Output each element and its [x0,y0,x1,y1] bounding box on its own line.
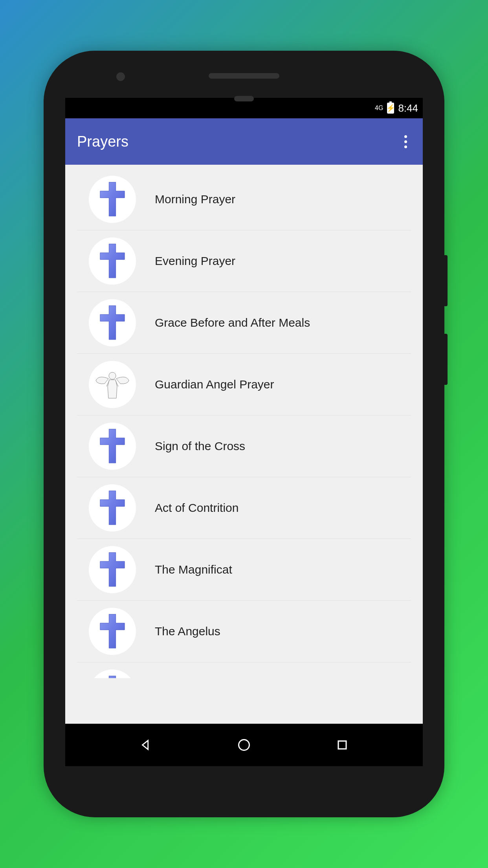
battery-icon: ⚡ [387,103,394,114]
list-item[interactable]: Evening Prayer [77,230,411,292]
home-button[interactable] [236,737,252,753]
list-item-label: Sign of the Cross [155,440,245,453]
list-item-label: Guardian Angel Prayer [155,378,274,391]
cross-icon [89,423,136,470]
list-item[interactable]: Sign of the Cross [77,416,411,477]
list-item-label: Act of Contrition [155,501,238,515]
list-item[interactable]: Act of Contrition [77,477,411,539]
navigation-bar [65,724,423,766]
phone-speaker [209,73,279,79]
angel-icon [89,361,136,408]
phone-volume-down [444,334,448,385]
list-item-label: Grace Before and After Meals [155,316,310,329]
cross-icon [89,546,136,593]
list-item[interactable]: Guardian Angel Prayer [77,354,411,416]
clock: 8:44 [398,102,418,114]
screen: 4G ⚡ 8:44 Prayers Morning Prayer [65,98,423,766]
overflow-menu-button[interactable] [400,131,411,152]
list-item-label: Morning Prayer [155,193,235,206]
list-item[interactable]: Morning Prayer [77,166,411,230]
phone-frame: 4G ⚡ 8:44 Prayers Morning Prayer [44,51,444,817]
prayer-list[interactable]: Morning Prayer Evening Prayer Grace Befo… [65,165,423,724]
recent-apps-button[interactable] [334,737,350,753]
cross-icon [89,176,136,223]
app-bar: Prayers [65,118,423,165]
svg-rect-2 [338,741,346,749]
list-item[interactable] [77,662,411,678]
svg-point-1 [239,740,250,750]
page-title: Prayers [77,133,128,150]
list-item[interactable]: The Magnificat [77,539,411,601]
back-button[interactable] [138,737,154,753]
cross-icon [89,299,136,346]
cross-icon [89,237,136,285]
phone-volume-up [444,255,448,306]
svg-point-0 [109,372,116,379]
list-item[interactable]: The Angelus [77,601,411,662]
cross-icon [89,669,136,678]
cross-icon [89,484,136,531]
cross-icon [89,608,136,655]
list-item[interactable]: Grace Before and After Meals [77,292,411,354]
list-item-label: The Angelus [155,625,220,638]
list-item-label: Evening Prayer [155,254,235,268]
phone-sensor [234,96,254,101]
network-indicator: 4G [375,105,383,112]
list-item-label: The Magnificat [155,563,232,576]
phone-camera [116,72,125,81]
